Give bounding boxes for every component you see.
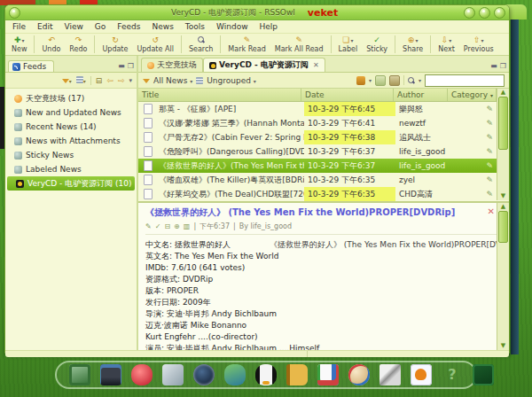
collapse-all-icon[interactable]: ⊟ xyxy=(96,76,103,85)
article-title[interactable]: 《拯救世界的好人》 (The Yes Men Fix the World)PRO… xyxy=(145,206,497,219)
redo-button[interactable]: ↷Redo xyxy=(65,34,91,55)
news-scrollbar[interactable]: ▲ ▼ xyxy=(497,89,509,200)
update-all-button[interactable]: ↺Update All xyxy=(132,34,177,55)
news-row[interactable]: 《汉娜·蒙塔娜 第三季》(Hannah Montana Sea10-3-29 下… xyxy=(138,116,497,130)
label-pencil-icon[interactable]: ✎ xyxy=(449,144,497,159)
dock-help-question-icon[interactable]: ? xyxy=(442,364,463,385)
label-pencil-icon[interactable]: ✎ xyxy=(449,187,497,201)
folder-icon[interactable]: ⊟ xyxy=(164,222,170,230)
scroll-down-icon[interactable]: ▼ xyxy=(501,342,505,350)
all-news-filter[interactable]: All News ▾ xyxy=(153,76,192,85)
feed-item-sky-arena[interactable]: 天空竟技场 (17) xyxy=(5,91,137,105)
dock-robot-network-icon[interactable] xyxy=(224,364,246,385)
panel-maximize-icon[interactable]: ❒ xyxy=(500,62,506,70)
dock-cat-app-icon[interactable] xyxy=(411,364,432,385)
menu-view[interactable]: View xyxy=(65,22,83,31)
mark-read-page-icon[interactable] xyxy=(375,75,386,86)
scroll-thumb[interactable] xyxy=(498,97,508,150)
dock-pig-mascot-icon[interactable] xyxy=(131,364,153,385)
panel-minimize-icon[interactable]: ▬ xyxy=(490,62,497,70)
forward-arrow-icon[interactable]: ⇨ xyxy=(118,76,125,85)
feed-item-new-updated[interactable]: New and Updated News xyxy=(5,105,137,120)
feed-item-verycd-selected[interactable]: VeryCD - 电驴资源订阅 (10) xyxy=(7,176,135,191)
label-button[interactable]: ❏▾Label xyxy=(334,34,363,55)
search-input[interactable] xyxy=(425,74,505,87)
label-pencil-icon[interactable]: ✎ xyxy=(449,159,497,173)
scroll-down-icon[interactable]: ▼ xyxy=(501,192,505,200)
label-pencil-icon[interactable]: ✎ xyxy=(449,130,497,144)
feed-item-labeled[interactable]: Labeled News xyxy=(5,162,137,176)
column-author[interactable]: Author xyxy=(394,89,448,101)
dock-metal-nail-icon[interactable] xyxy=(379,364,401,385)
tab-sky-arena[interactable]: 天空竟技场 xyxy=(141,58,203,72)
dock-green-camera-icon[interactable] xyxy=(473,364,494,385)
new-button[interactable]: ✚▾New xyxy=(7,34,31,55)
update-button[interactable]: ↻Update xyxy=(98,34,132,55)
titlebar[interactable]: VeryCD - 电驴资源订阅 - RSSOwl veket xyxy=(5,5,509,20)
scroll-up-icon[interactable]: ▲ xyxy=(501,89,505,97)
menu-news[interactable]: News xyxy=(153,22,174,31)
archive-icon[interactable] xyxy=(356,76,365,85)
group-icon[interactable]: ▾ xyxy=(76,76,86,85)
feed-item-recent[interactable]: Recent News (14) xyxy=(5,120,137,134)
previous-button[interactable]: ⇧▾Previous xyxy=(459,34,498,55)
search-button[interactable]: Search xyxy=(184,34,217,55)
news-row-selected[interactable]: 《拯救世界的好人》(The Yes Men Fix the Wo10-3-29 … xyxy=(138,159,497,173)
dock-tux-penguin-icon[interactable] xyxy=(255,364,277,385)
trash-icon[interactable]: ▥ xyxy=(184,222,191,230)
menu-file[interactable]: File xyxy=(12,22,26,31)
chevron-menu-icon[interactable]: ▾ xyxy=(129,77,132,84)
feeds-tab[interactable]: Feeds xyxy=(8,60,54,72)
grouping-filter[interactable]: Ungrouped ▾ xyxy=(207,76,256,85)
dock-power-orb-icon[interactable] xyxy=(193,364,215,385)
tab-verycd-active[interactable]: VeryCD - 电驴资源订阅 ✕ xyxy=(203,58,325,72)
panel-minimize-icon[interactable]: ▬ xyxy=(118,62,125,70)
minimize-button[interactable] xyxy=(464,7,475,19)
menu-edit[interactable]: Edit xyxy=(37,22,52,31)
mark-all-read-button[interactable]: ✎Mark All Read xyxy=(270,34,328,55)
column-category[interactable]: Category ▾ xyxy=(448,89,497,101)
mark-read-button[interactable]: ✎Mark Read xyxy=(223,34,270,55)
column-date[interactable]: Date xyxy=(301,89,394,101)
column-title[interactable]: Title xyxy=(138,89,301,101)
panel-maximize-icon[interactable]: ❒ xyxy=(128,62,134,70)
dock-paint-palette-icon[interactable] xyxy=(348,364,370,385)
maximize-button[interactable] xyxy=(479,7,490,19)
menu-help[interactable]: Help xyxy=(260,22,278,31)
label-pencil-icon[interactable]: ✎ xyxy=(449,173,497,187)
menu-window[interactable]: Window xyxy=(216,22,248,31)
menu-feeds[interactable]: Feeds xyxy=(117,22,140,31)
share-button[interactable]: ⊕▾Share xyxy=(398,34,427,55)
newspaper-icon[interactable] xyxy=(389,75,400,86)
dock-display-settings-icon[interactable] xyxy=(100,364,121,385)
news-row[interactable]: 《嗜血双雄》(The Killer)粤英双语[BDRip][包含10-3-29 … xyxy=(138,173,497,187)
dock-terminal-icon[interactable] xyxy=(69,364,90,385)
feed-item-attachments[interactable]: News with Attachments xyxy=(5,134,137,148)
pencil-icon[interactable]: ✎ xyxy=(145,222,152,230)
window-menu-drop-icon[interactable] xyxy=(9,7,20,19)
undo-button[interactable]: ↶Undo xyxy=(37,34,65,55)
menu-go[interactable]: Go xyxy=(95,22,106,31)
dock-notepad-icon[interactable] xyxy=(162,364,184,385)
scroll-thumb[interactable] xyxy=(498,211,508,243)
feed-item-sticky[interactable]: Sticky News xyxy=(5,148,137,162)
close-button[interactable] xyxy=(494,7,505,19)
dock-address-book-icon[interactable] xyxy=(286,364,308,385)
menu-tools[interactable]: Tools xyxy=(185,22,205,31)
back-arrow-icon[interactable]: ⇦ xyxy=(106,76,113,85)
news-row[interactable]: 《好莱坞交易》(The Deal)CHD联盟[720P]10-3-29 下午6:… xyxy=(138,187,497,201)
news-row[interactable]: 《危险呼叫》(Dangerous Calling)[DVDRip]10-3-29… xyxy=(138,144,497,159)
tab-close-icon[interactable]: ✕ xyxy=(313,61,319,69)
label-pencil-icon[interactable]: ✎ xyxy=(449,116,497,130)
sticky-button[interactable]: ✓Sticky xyxy=(362,34,392,55)
share-icon[interactable]: ⊕ xyxy=(174,222,180,230)
news-row[interactable]: 那英 - 《征服》[APE]10-3-29 下午6:45樂與怒✎ xyxy=(138,102,497,116)
preview-close-icon[interactable]: ✕ xyxy=(488,206,495,216)
next-button[interactable]: ⇩▾Next xyxy=(434,34,459,55)
scroll-up-icon[interactable]: ▲ xyxy=(501,203,505,211)
label-pencil-icon[interactable]: ✎ xyxy=(449,102,497,116)
flag-icon[interactable]: ✓ xyxy=(155,222,161,230)
filter-funnel-icon[interactable]: ▾ xyxy=(62,76,72,85)
news-row[interactable]: 《尸骨无存2》(Cabin Fever 2: Spring Fever10-3-… xyxy=(138,130,497,144)
preview-scrollbar[interactable]: ▲ ▼ xyxy=(497,203,509,350)
